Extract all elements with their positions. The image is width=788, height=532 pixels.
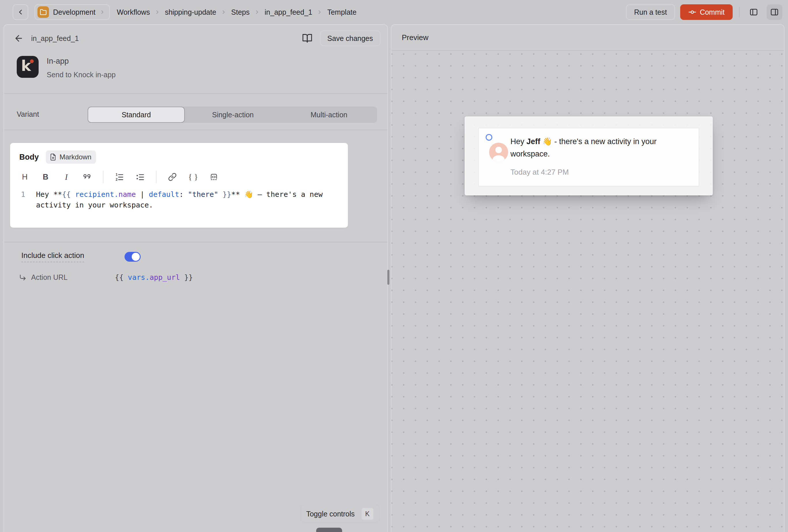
body-editor-card: Body Markdown H B I 12 xyxy=(10,143,348,228)
unread-indicator xyxy=(486,134,492,141)
notification-preview-card[interactable]: Hey Jeff 👋 - there's a new activity in y… xyxy=(478,128,699,186)
variant-option-single-action[interactable]: Single-action xyxy=(185,106,281,123)
environment-folder-icon xyxy=(38,6,49,18)
notification-timestamp: Today at 4:27 PM xyxy=(510,168,569,177)
bullet-list-icon[interactable] xyxy=(134,171,146,183)
format-badge-label: Markdown xyxy=(60,153,92,161)
variant-option-multi-action[interactable]: Multi-action xyxy=(281,106,377,123)
code-block-icon[interactable] xyxy=(208,171,220,183)
bottom-sheet-peek xyxy=(316,528,342,532)
environment-label: Development xyxy=(53,8,95,16)
wave-emoji: 👋 xyxy=(244,190,253,199)
code-content: Hey **{{ recipient.name | default: "ther… xyxy=(36,189,336,210)
breadcrumb-steps[interactable]: Steps xyxy=(231,8,250,16)
divider xyxy=(4,130,387,130)
divider xyxy=(739,7,740,18)
recipient-name: Jeff xyxy=(527,137,540,146)
git-commit-icon xyxy=(688,8,696,16)
svg-text:1: 1 xyxy=(116,173,118,177)
divider xyxy=(103,171,103,183)
avatar xyxy=(489,143,508,162)
blockquote-icon[interactable] xyxy=(81,171,93,183)
toggle-left-panel-button[interactable] xyxy=(746,4,762,20)
corner-down-right-icon xyxy=(19,274,26,281)
ordered-list-icon[interactable]: 12 xyxy=(113,171,125,183)
docs-button[interactable] xyxy=(302,33,312,43)
channel-subtitle: Send to Knock in-app xyxy=(47,71,116,79)
chevron-right-icon xyxy=(99,9,105,15)
toggle-controls-button[interactable]: Toggle controls K xyxy=(300,505,379,523)
include-click-action-toggle[interactable] xyxy=(124,252,141,262)
toggle-right-panel-button[interactable] xyxy=(767,4,782,20)
divider xyxy=(4,242,387,242)
preview-panel: Preview Hey Jeff 👋 - there's a new activ… xyxy=(391,24,785,532)
body-label: Body xyxy=(19,153,39,162)
arrow-left-icon xyxy=(14,34,24,43)
variant-label: Variant xyxy=(17,110,39,118)
preview-title: Preview xyxy=(402,33,428,42)
editor-header: in_app_feed_1 Save changes xyxy=(4,25,387,52)
format-badge[interactable]: Markdown xyxy=(46,151,96,164)
template-editor-panel: in_app_feed_1 Save changes k In-app Send… xyxy=(3,24,388,532)
divider xyxy=(156,171,157,183)
line-number: 1 xyxy=(10,189,36,210)
italic-icon[interactable]: I xyxy=(60,171,72,183)
save-changes-button[interactable]: Save changes xyxy=(320,31,380,46)
back-button[interactable] xyxy=(13,4,28,20)
divider xyxy=(4,93,387,94)
feed-preview-frame: Hey Jeff 👋 - there's a new activity in y… xyxy=(465,116,713,195)
topbar-actions: Run a test Commit xyxy=(626,4,782,20)
commit-button[interactable]: Commit xyxy=(680,4,733,20)
channel-info: k In-app Send to Knock in-app xyxy=(17,56,116,79)
chevron-right-icon xyxy=(254,9,260,15)
channel-title: In-app xyxy=(47,57,116,66)
variant-segmented-control: Standard Single-action Multi-action xyxy=(87,106,377,123)
chevron-right-icon xyxy=(317,9,322,15)
heading-icon[interactable]: H xyxy=(19,171,31,183)
run-a-test-button[interactable]: Run a test xyxy=(626,4,675,20)
knock-logo-icon: k xyxy=(17,56,39,78)
environment-switcher[interactable]: Development xyxy=(35,4,110,20)
panel-right-icon xyxy=(770,7,779,17)
panel-left-icon xyxy=(749,7,758,17)
preview-header: Preview xyxy=(391,25,784,51)
chevron-left-icon xyxy=(16,8,24,16)
action-url-value[interactable]: {{ vars.app_url }} xyxy=(115,273,193,281)
book-open-icon xyxy=(302,33,312,43)
include-click-action-label: Include click action xyxy=(21,251,84,262)
panel-resize-handle[interactable] xyxy=(387,270,389,285)
svg-text:2: 2 xyxy=(116,178,118,181)
breadcrumb-step-name[interactable]: in_app_feed_1 xyxy=(264,8,312,16)
breadcrumb-workflow-name[interactable]: shipping-update xyxy=(165,8,216,16)
commit-label: Commit xyxy=(700,8,725,16)
topbar: Development Workflows shipping-update St… xyxy=(0,0,788,24)
breadcrumb: Workflows shipping-update Steps in_app_f… xyxy=(117,8,356,16)
body-code-editor[interactable]: 1 Hey **{{ recipient.name | default: "th… xyxy=(10,189,348,210)
variables-braces-icon[interactable]: { } xyxy=(187,171,199,183)
back-arrow-button[interactable] xyxy=(14,34,24,43)
bold-icon[interactable]: B xyxy=(39,171,52,183)
editor-toolbar: H B I 12 { } xyxy=(19,171,348,183)
variant-option-standard[interactable]: Standard xyxy=(87,106,185,123)
step-name: in_app_feed_1 xyxy=(31,34,79,43)
file-markdown-icon xyxy=(49,153,57,161)
preview-canvas: Hey Jeff 👋 - there's a new activity in y… xyxy=(391,51,784,532)
toggle-controls-label: Toggle controls xyxy=(306,510,355,518)
chevron-right-icon xyxy=(221,9,226,15)
breadcrumb-template[interactable]: Template xyxy=(327,8,356,16)
chevron-right-icon xyxy=(155,9,160,15)
notification-text: Hey Jeff 👋 - there's a new activity in y… xyxy=(510,135,692,160)
action-url-row: Action URL {{ vars.app_url }} xyxy=(19,273,193,281)
link-icon[interactable] xyxy=(166,171,178,183)
action-url-label: Action URL xyxy=(31,273,67,281)
breadcrumb-workflows[interactable]: Workflows xyxy=(117,8,150,16)
keyboard-shortcut-badge: K xyxy=(361,508,374,520)
